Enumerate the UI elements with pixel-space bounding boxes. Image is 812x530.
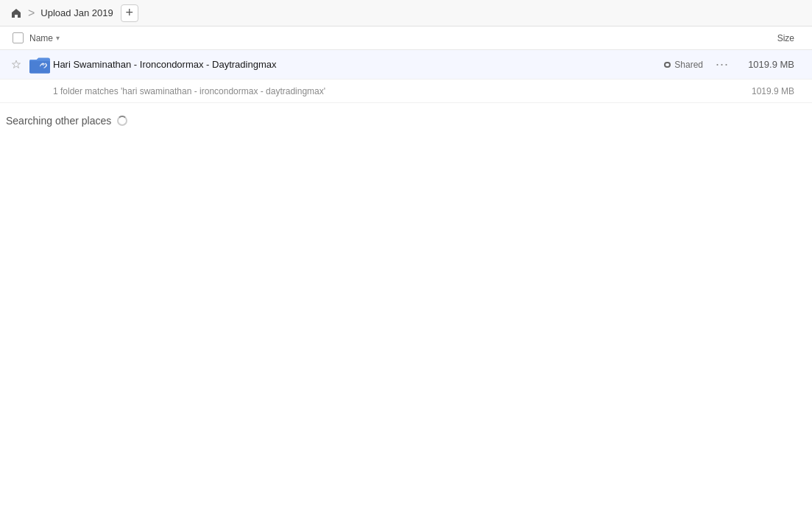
top-bar: > Upload Jan 2019 +	[0, 0, 812, 26]
name-column-header[interactable]: Name ▾	[29, 33, 732, 43]
match-size: 1019.9 MB	[732, 86, 806, 96]
file-size: 1019.9 MB	[732, 59, 806, 70]
shared-label: Shared	[674, 60, 703, 70]
star-button[interactable]	[6, 54, 27, 75]
add-tab-button[interactable]: +	[121, 4, 138, 22]
searching-text: Searching other places	[6, 115, 111, 127]
match-info-row: 1 folder matches 'hari swaminathan - iro…	[0, 80, 812, 103]
match-info-text: 1 folder matches 'hari swaminathan - iro…	[53, 86, 732, 96]
shared-folder-icon	[29, 56, 50, 74]
file-row[interactable]: Hari Swaminathan - Ironcondormax - Daytr…	[0, 50, 812, 80]
more-options-button[interactable]: ···	[712, 54, 732, 75]
name-sort-icon: ▾	[56, 34, 60, 42]
breadcrumb-separator: >	[28, 7, 35, 20]
loading-spinner	[117, 116, 127, 126]
home-icon	[10, 7, 22, 19]
link-icon	[663, 60, 671, 69]
shared-badge: Shared	[663, 60, 703, 70]
file-name: Hari Swaminathan - Ironcondormax - Daytr…	[53, 59, 663, 70]
home-button[interactable]	[6, 3, 27, 24]
star-icon	[11, 60, 21, 70]
name-column-label: Name	[29, 33, 53, 43]
svg-rect-1	[29, 60, 50, 73]
searching-row: Searching other places	[0, 103, 812, 132]
column-header-row: Name ▾ Size	[0, 26, 812, 50]
select-all-checkbox[interactable]	[13, 32, 24, 43]
size-column-header: Size	[732, 33, 806, 43]
breadcrumb-title: Upload Jan 2019	[36, 7, 117, 18]
folder-icon-wrapper	[27, 54, 53, 75]
select-all-checkbox-wrapper[interactable]	[6, 32, 29, 43]
